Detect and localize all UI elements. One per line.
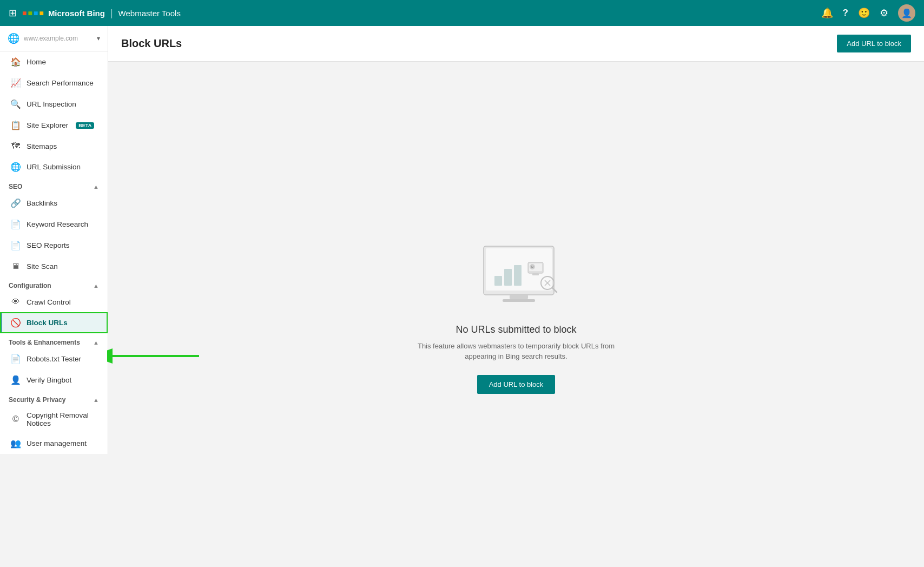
chart-icon: 📈 — [10, 78, 21, 88]
help-icon[interactable]: ? — [843, 8, 848, 18]
tool-name: Webmaster Tools — [118, 9, 181, 18]
users-icon: 👥 — [10, 438, 21, 449]
empty-state-description: This feature allows webmasters to tempor… — [402, 341, 630, 362]
file-icon: 📄 — [10, 354, 21, 364]
topbar-right: 🔔 ? 🙂 ⚙ 👤 — [821, 4, 915, 22]
sidebar-item-verify-bingbot[interactable]: 👤 Verify Bingbot — [0, 370, 108, 391]
svg-rect-11 — [532, 273, 539, 275]
nav-section-tools-label: Tools & Enhancements — [9, 339, 80, 346]
sidebar-item-sitemaps-label: Sitemaps — [27, 142, 57, 150]
sidebar-item-site-explorer-label: Site Explorer — [27, 121, 68, 129]
sidebar-item-backlinks-label: Backlinks — [27, 199, 57, 207]
feedback-icon[interactable]: 🙂 — [858, 7, 870, 19]
sidebar-item-copyright-removal[interactable]: © Copyright Removal Notices — [0, 406, 108, 433]
topbar-divider: | — [110, 8, 113, 19]
svg-rect-4 — [510, 295, 528, 299]
tools-chevron-icon: ▲ — [93, 339, 99, 346]
sitemap-icon: 🗺 — [10, 141, 21, 151]
content-area: Block URLs Add URL to block — [108, 26, 924, 567]
sidebar-item-site-scan[interactable]: 🖥 Site Scan — [0, 256, 108, 276]
user-icon: 👤 — [10, 375, 21, 385]
keyword-icon: 📄 — [10, 219, 21, 229]
sidebar-item-block-urls-label: Block URLs — [27, 319, 68, 327]
sidebar-item-crawl-control-label: Crawl Control — [27, 298, 71, 306]
sidebar-item-site-explorer[interactable]: 📋 Site Explorer BETA — [0, 115, 108, 136]
sidebar-item-crawl-control[interactable]: 👁 Crawl Control — [0, 292, 108, 312]
report-icon: 📄 — [10, 240, 21, 250]
topbar-left: ⊞ ■■■■ Microsoft Bing | Webmaster Tools — [9, 7, 816, 19]
nav-section-security[interactable]: Security & Privacy ▲ — [0, 391, 108, 406]
sidebar-item-backlinks[interactable]: 🔗 Backlinks — [0, 193, 108, 214]
monitor-icon: 🖥 — [10, 261, 21, 271]
security-chevron-icon: ▲ — [93, 397, 99, 403]
nav-section-configuration[interactable]: Configuration ▲ — [0, 276, 108, 292]
sidebar-item-copyright-removal-label: Copyright Removal Notices — [27, 411, 99, 427]
add-url-to-block-header-button[interactable]: Add URL to block — [837, 35, 911, 52]
svg-point-14 — [533, 266, 534, 267]
topbar: ⊞ ■■■■ Microsoft Bing | Webmaster Tools … — [0, 0, 924, 26]
sidebar-wrapper: 🌐 www.example.com ▾ 🏠 Home 📈 Search Perf… — [0, 26, 108, 567]
topbar-brand: ■■■■ Microsoft Bing — [22, 9, 105, 18]
sidebar-item-url-inspection-label: URL Inspection — [27, 100, 76, 108]
sidebar-item-url-inspection[interactable]: 🔍 URL Inspection — [0, 94, 108, 115]
empty-state-illustration — [467, 235, 565, 311]
sidebar-item-url-submission-label: URL Submission — [27, 163, 81, 171]
sidebar-item-search-performance-label: Search Performance — [27, 79, 94, 87]
nav-section-seo[interactable]: SEO ▲ — [0, 177, 108, 193]
notification-icon[interactable]: 🔔 — [821, 7, 833, 19]
sidebar: 🌐 www.example.com ▾ 🏠 Home 📈 Search Perf… — [0, 26, 108, 454]
sidebar-item-site-scan-label: Site Scan — [27, 262, 58, 271]
sidebar-item-keyword-research[interactable]: 📄 Keyword Research — [0, 214, 108, 235]
empty-state-title: No URLs submitted to block — [456, 324, 576, 335]
sidebar-item-user-management-label: User management — [27, 439, 87, 447]
sidebar-item-seo-reports-label: SEO Reports — [27, 241, 70, 249]
settings-icon[interactable]: ⚙ — [880, 7, 888, 19]
configuration-chevron-icon: ▲ — [93, 282, 99, 289]
link-icon: 🔗 — [10, 198, 21, 208]
main-layout: 🌐 www.example.com ▾ 🏠 Home 📈 Search Perf… — [0, 26, 924, 567]
svg-rect-6 — [494, 276, 502, 286]
search-icon: 🔍 — [10, 99, 21, 109]
nav-section-seo-label: SEO — [9, 183, 22, 190]
home-icon: 🏠 — [10, 57, 21, 67]
app-name: Microsoft Bing — [48, 9, 105, 18]
content-header: Block URLs Add URL to block — [108, 26, 924, 62]
sidebar-item-sitemaps[interactable]: 🗺 Sitemaps — [0, 136, 108, 156]
page-title: Block URLs — [121, 37, 182, 50]
copyright-icon: © — [10, 414, 21, 424]
sidebar-item-verify-bingbot-label: Verify Bingbot — [27, 376, 71, 384]
block-icon: 🚫 — [10, 318, 21, 328]
list-icon: 📋 — [10, 120, 21, 130]
svg-point-12 — [530, 264, 535, 269]
svg-rect-8 — [514, 265, 522, 286]
sidebar-item-search-performance[interactable]: 📈 Search Performance — [0, 72, 108, 94]
globe-icon-2: 🌐 — [10, 162, 21, 172]
svg-rect-5 — [503, 299, 535, 302]
eye-icon: 👁 — [10, 297, 21, 307]
sidebar-item-seo-reports[interactable]: 📄 SEO Reports — [0, 235, 108, 256]
svg-rect-7 — [504, 269, 512, 286]
beta-badge: BETA — [76, 122, 94, 129]
sidebar-item-robots-tester-label: Robots.txt Tester — [27, 355, 81, 363]
avatar[interactable]: 👤 — [898, 4, 915, 22]
site-url: www.example.com — [24, 35, 93, 42]
bing-logo-icon: ■■■■ — [22, 9, 44, 17]
svg-point-13 — [531, 266, 532, 267]
chevron-down-icon: ▾ — [97, 35, 100, 42]
nav-section-security-label: Security & Privacy — [9, 396, 65, 404]
nav-section-tools[interactable]: Tools & Enhancements ▲ — [0, 333, 108, 348]
add-url-to-block-center-button[interactable]: Add URL to block — [477, 375, 556, 394]
site-selector[interactable]: 🌐 www.example.com ▾ — [0, 26, 108, 51]
sidebar-item-block-urls[interactable]: 🚫 Block URLs — [0, 312, 108, 333]
sidebar-item-robots-tester[interactable]: 📄 Robots.txt Tester — [0, 348, 108, 370]
globe-icon: 🌐 — [8, 32, 19, 44]
sidebar-item-home[interactable]: 🏠 Home — [0, 51, 108, 72]
grid-icon[interactable]: ⊞ — [9, 7, 17, 19]
sidebar-item-keyword-research-label: Keyword Research — [27, 220, 88, 228]
content-body: No URLs submitted to block This feature … — [108, 62, 924, 567]
nav-section-configuration-label: Configuration — [9, 282, 51, 289]
seo-chevron-icon: ▲ — [93, 183, 99, 190]
sidebar-item-user-management[interactable]: 👥 User management — [0, 433, 108, 454]
sidebar-item-url-submission[interactable]: 🌐 URL Submission — [0, 156, 108, 177]
sidebar-item-home-label: Home — [27, 58, 46, 66]
